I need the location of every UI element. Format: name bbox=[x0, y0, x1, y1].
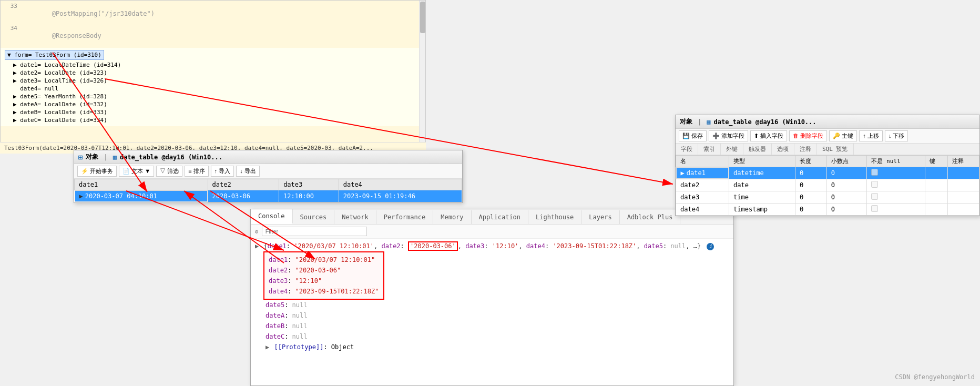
move-down-btn[interactable]: ↓ 下移 bbox=[885, 130, 908, 141]
db-icon: ⊞ bbox=[78, 153, 83, 161]
schema-cell-name: date2 bbox=[676, 179, 729, 191]
field-date3: date3: "12:10" bbox=[269, 276, 379, 286]
sort-btn[interactable]: ≡ 排序 bbox=[185, 166, 208, 177]
schema-cell-notnull bbox=[867, 204, 925, 216]
schema-cell-dec: 0 bbox=[826, 167, 867, 179]
db-data-table: date1 date2 date3 date4 ▶ 2020-03-07 04:… bbox=[74, 179, 462, 202]
code-line-34: 34 @ResponseBody bbox=[1, 25, 425, 47]
schema-cell-dec: 0 bbox=[826, 204, 867, 216]
tab-adblock[interactable]: Adblock Plus bbox=[620, 210, 681, 224]
console-filter-input[interactable] bbox=[262, 227, 367, 236]
debug-dateB: ▶ dateB= LocalDate (id=333) bbox=[5, 108, 417, 116]
add-field-btn[interactable]: ➕ 添加字段 bbox=[709, 130, 748, 141]
debug-date5: ▶ date5= YearMonth (id=328) bbox=[5, 93, 417, 100]
devtools-filter-bar: ⊘ bbox=[251, 225, 733, 239]
field-dateA: dateA: null bbox=[255, 310, 729, 321]
schema-cell-comment bbox=[948, 167, 979, 179]
db-window-title-text: 对象 bbox=[86, 153, 98, 161]
schema-col-type[interactable]: 类型 bbox=[729, 156, 795, 167]
schema-cell-name: date3 bbox=[676, 191, 729, 204]
db-window-title: ⊞ 对象 | ▦ date_table @day16 (Win10... bbox=[74, 150, 462, 164]
tab-console[interactable]: Console bbox=[251, 209, 293, 224]
schema-row-date3[interactable]: date3 time 0 0 bbox=[676, 191, 979, 204]
console-content: ▶ {date1: '2020/03/07 12:10:01', date2: … bbox=[251, 239, 733, 385]
db-toolbar: ⚡ 开始事务 📄 文本 ▼ ▽ 筛选 ≡ 排序 ↑ 导入 ↓ 导出 bbox=[74, 164, 462, 179]
col-date4[interactable]: date4 bbox=[339, 179, 462, 190]
stab-comments[interactable]: 注释 bbox=[794, 144, 817, 155]
schema-cell-notnull bbox=[867, 179, 925, 191]
schema-title: 对象 | ▦ date_table @day16 (Win10... bbox=[676, 115, 979, 129]
table-row[interactable]: ▶ 2020-03-07 04:10:01 2020-03-06 12:10:0… bbox=[75, 190, 462, 202]
schema-cell-key bbox=[925, 167, 948, 179]
schema-cell-notnull bbox=[867, 167, 925, 179]
insert-field-btn[interactable]: ⬆ 插入字段 bbox=[750, 130, 787, 141]
tab-layers[interactable]: Layers bbox=[581, 210, 619, 224]
highlighted-fields: date1: "2020/03/07 12:10:01" date2: "202… bbox=[263, 251, 384, 300]
schema-row-date2[interactable]: date2 date 0 0 bbox=[676, 179, 979, 191]
stab-trigger[interactable]: 触发器 bbox=[743, 144, 772, 155]
schema-cell-type: datetime bbox=[729, 167, 795, 179]
devtools-panel: Console Sources Network Performance Memo… bbox=[250, 209, 734, 386]
col-date1[interactable]: date1 bbox=[75, 179, 208, 190]
tab-performance[interactable]: Performance bbox=[376, 210, 433, 224]
stab-sql[interactable]: SQL 预览 bbox=[817, 144, 854, 155]
editor-scrollbar[interactable] bbox=[419, 1, 425, 147]
notnull-checkbox-1 bbox=[871, 169, 878, 176]
field-date1: date1: "2020/03/07 12:10:01" bbox=[269, 255, 379, 265]
schema-cell-len: 0 bbox=[795, 191, 826, 204]
code-line-33: 33 @PostMapping("/jsr310date") bbox=[1, 3, 425, 25]
code-editor: 33 @PostMapping("/jsr310date") 34 @Respo… bbox=[0, 0, 426, 147]
watermark: CSDN @fengyehongWorld bbox=[895, 373, 975, 381]
import-btn[interactable]: ↑ 导入 bbox=[211, 166, 234, 177]
move-up-btn[interactable]: ↑ 上移 bbox=[859, 130, 883, 141]
field-date2: date2: "2020-03-06" bbox=[269, 265, 379, 276]
schema-col-len[interactable]: 长度 bbox=[795, 156, 826, 167]
schema-col-name[interactable]: 名 bbox=[676, 156, 729, 167]
debug-dateC: ▶ dateC= LocalDate (id=334) bbox=[5, 116, 417, 124]
schema-cell-type: timestamp bbox=[729, 204, 795, 216]
tab-lighthouse[interactable]: Lighthouse bbox=[528, 210, 581, 224]
debug-date3: ▶ date3= LocalTime (id=326) bbox=[5, 77, 417, 85]
stab-fields[interactable]: 字段 bbox=[676, 144, 698, 155]
console-summary-line: ▶ {date1: '2020/03/07 12:10:01', date2: … bbox=[255, 241, 729, 251]
schema-row-date1[interactable]: ▶date1 datetime 0 0 bbox=[676, 167, 979, 179]
tab-application[interactable]: Application bbox=[472, 210, 528, 224]
cell-date2: 2020-03-06 bbox=[208, 190, 279, 202]
schema-col-key[interactable]: 键 bbox=[925, 156, 948, 167]
db-table-icon: ▦ bbox=[113, 154, 117, 161]
tab-memory[interactable]: Memory bbox=[433, 210, 471, 224]
save-btn[interactable]: 💾 保存 bbox=[679, 130, 707, 141]
col-date3[interactable]: date3 bbox=[279, 179, 339, 190]
filter-btn[interactable]: ▽ 筛选 bbox=[156, 166, 182, 177]
field-date4: date4: "2023-09-15T01:22:18Z" bbox=[269, 286, 379, 297]
notnull-checkbox-4 bbox=[871, 205, 878, 212]
tab-network[interactable]: Network bbox=[334, 210, 376, 224]
debug-date1: ▶ date1= LocalDateTime (id=314) bbox=[5, 61, 417, 69]
tab-sources[interactable]: Sources bbox=[293, 210, 335, 224]
schema-col-comment[interactable]: 注释 bbox=[948, 156, 979, 167]
export-btn[interactable]: ↓ 导出 bbox=[236, 166, 260, 177]
schema-col-notnull[interactable]: 不是 null bbox=[867, 156, 925, 167]
schema-cell-len: 0 bbox=[795, 167, 826, 179]
primary-key-btn[interactable]: 🔑 主键 bbox=[829, 130, 857, 141]
debug-variables: ▼ form= Test03Form (id=310) ▶ date1= Loc… bbox=[1, 48, 421, 126]
schema-col-dec[interactable]: 小数点 bbox=[826, 156, 867, 167]
start-transaction-btn[interactable]: ⚡ 开始事务 bbox=[77, 166, 117, 177]
schema-cell-name: ▶date1 bbox=[676, 167, 729, 179]
field-date5: date5: null bbox=[255, 300, 729, 310]
schema-cell-type: time bbox=[729, 191, 795, 204]
col-date2[interactable]: date2 bbox=[208, 179, 279, 190]
field-dateC: dateC: null bbox=[255, 331, 729, 342]
debug-date4: date4= null bbox=[5, 85, 417, 93]
stab-options[interactable]: 选项 bbox=[772, 144, 794, 155]
filter-icon: ⊘ bbox=[255, 228, 259, 235]
stab-foreign[interactable]: 外键 bbox=[721, 144, 743, 155]
schema-cell-dec: 0 bbox=[826, 191, 867, 204]
info-icon[interactable]: i bbox=[707, 243, 714, 250]
delete-field-btn[interactable]: 🗑 删除字段 bbox=[789, 130, 827, 141]
text-btn[interactable]: 📄 文本 ▼ bbox=[119, 166, 154, 177]
stab-index[interactable]: 索引 bbox=[698, 144, 721, 155]
schema-table-name: date_table @day16 (Win10... bbox=[713, 118, 816, 126]
schema-row-date4[interactable]: date4 timestamp 0 0 bbox=[676, 204, 979, 216]
notnull-checkbox-2 bbox=[871, 181, 878, 188]
